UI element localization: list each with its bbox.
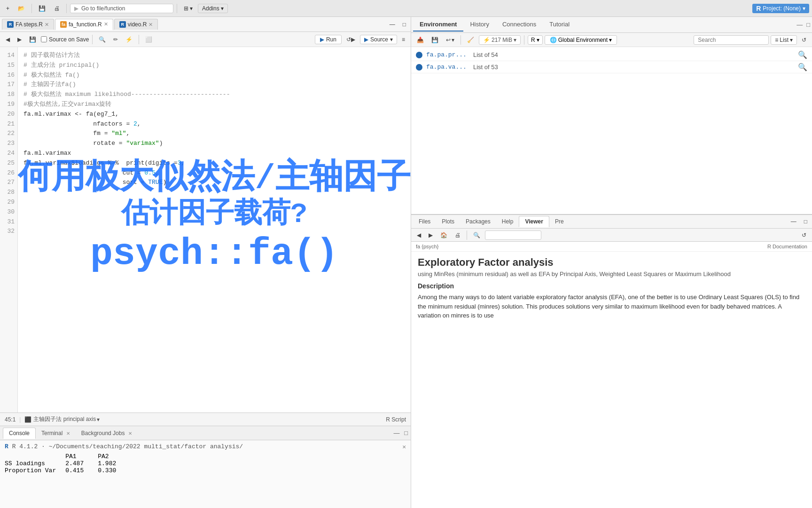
env-list: fa.pa.pr... List of 54 🔍 fa.pa.va... Lis… [411,47,812,75]
save-button[interactable]: 💾 [35,4,49,13]
tab-tutorial[interactable]: Tutorial [543,18,576,32]
load-env-btn[interactable]: ↩ ▾ [443,35,457,45]
tab-background-jobs[interactable]: Background Jobs ✕ [76,428,138,438]
mem-icon: ⚡ [483,37,490,43]
viewer-search-input[interactable] [485,230,541,240]
tab-files[interactable]: Files [413,216,436,227]
spell-button[interactable]: ✏ [110,35,121,44]
more-button[interactable]: ≡ [399,35,408,44]
list-arrow: ▾ [790,37,793,43]
env-item-search-0[interactable]: 🔍 [798,50,807,59]
maximize-upper-icon[interactable]: □ [806,21,810,28]
forward-button[interactable]: ▶ [15,35,24,44]
bottom-minimize[interactable]: — □ [394,429,408,437]
tab-close-fa-function[interactable]: ✕ [104,21,108,27]
row-ssloadings-pa2: 1.982 [98,460,124,467]
tab-video[interactable]: R video.R ✕ [114,19,158,30]
terminal-close[interactable]: ✕ [66,431,70,436]
tab-label-video: video.R [128,21,147,28]
project-button[interactable]: R Project: (None) ▾ [752,4,809,13]
source-save-checkbox[interactable] [41,36,47,42]
save-env-btn[interactable]: 💾 [429,35,441,45]
minimize-upper-icon[interactable]: — [796,21,803,28]
tab-viewer[interactable]: Viewer [519,216,549,227]
code-content[interactable]: # 因子载荷估计方法 # 主成分法 principal() # 极大似然法 fa… [18,47,411,413]
console-area[interactable]: R R 4.1.2 · ~/Documents/teaching/2022 mu… [0,440,411,508]
rerun-button[interactable]: ↺▶ [344,35,358,44]
list-view-btn[interactable]: ≡ List ▾ [771,35,797,45]
editor-toolbar: ◀ ▶ 💾 Source on Save 🔍 ✏ ⚡ ⬜ ▶ Run ↺▶ ▶ … [0,32,411,47]
import-btn[interactable]: 📥 [414,35,427,45]
broom-btn[interactable]: 🧹 [464,35,477,45]
new-file-button[interactable]: + [3,4,13,13]
connections-tab-label: Connections [502,21,536,28]
env-item-desc-0: List of 54 [473,51,798,58]
tab-icon-fa-function: fa [60,21,67,28]
tab-pre[interactable]: Pre [549,216,570,227]
open-file-button[interactable]: 📂 [15,4,28,13]
global-env-selector[interactable]: 🌐 Global Environment ▾ [545,35,617,45]
tab-fa-function[interactable]: fa fa_function.R ✕ [55,19,113,30]
viewer-print-btn[interactable]: 🖨 [452,230,463,240]
viewer-search-btn[interactable]: 🔍 [470,230,483,240]
maximize-icon: □ [404,429,408,437]
function-dropdown[interactable]: ▾ [97,416,100,423]
pre-tab-label: Pre [555,218,564,225]
lower-right-tabs: Files Plots Packages Help Viewer Pre [411,214,812,229]
maximize-editor-button[interactable]: □ [400,20,409,29]
tab-console[interactable]: Console [3,428,36,439]
minimize-lower-btn[interactable]: — [788,217,799,226]
tab-help[interactable]: Help [496,216,519,227]
code-line-17: # 极大似然法 fa() [23,71,405,80]
wand-button[interactable]: ⚡ [123,35,135,44]
minimize-editor-button[interactable]: — [387,20,398,29]
viewer-back-btn[interactable]: ◀ [414,230,424,240]
viewer-forward-btn[interactable]: ▶ [426,230,436,240]
tab-plots[interactable]: Plots [436,216,460,227]
maximize-lower-btn[interactable]: □ [801,217,810,226]
code-line-25: fm = "ml", [23,129,405,139]
addins-button[interactable]: Addins ▾ [198,4,228,13]
tab-environment[interactable]: Environment [413,18,463,32]
source-on-save-check[interactable]: Source on Save [41,36,89,43]
console-prompt-line: R R 4.1.2 · ~/Documents/teaching/2022 mu… [5,443,406,450]
files-tab-label: Files [419,218,430,225]
env-item-0[interactable]: fa.pa.pr... List of 54 🔍 [411,49,812,61]
tab-packages[interactable]: Packages [460,216,496,227]
list-label: List [780,37,789,43]
source-button[interactable]: ▶ Source ▾ [360,35,397,44]
tab-terminal[interactable]: Terminal ✕ [36,428,76,438]
env-item-1[interactable]: fa.pa.va... List of 53 🔍 [411,61,812,73]
tab-close-video[interactable]: ✕ [148,22,153,28]
viewer-toolbar: ◀ ▶ 🏠 🖨 🔍 ↺ [411,229,812,242]
back-button[interactable]: ◀ [3,35,13,44]
addins-arrow: ▾ [221,5,224,12]
right-upper: Environment History Connections Tutorial… [411,17,812,214]
goto-file-box[interactable]: ▶ Go to file/function [70,4,173,13]
tab-fa-steps[interactable]: R FA steps.R ✕ [2,19,54,30]
r-selector[interactable]: R ▾ [528,35,543,45]
tab-history[interactable]: History [463,18,495,32]
tab-connections[interactable]: Connections [496,18,543,32]
view-button[interactable]: ⊞ ▾ [180,4,196,13]
env-item-search-1[interactable]: 🔍 [798,63,807,71]
editor-tab-bar: R FA steps.R ✕ fa fa_function.R ✕ R vide… [0,17,411,32]
refresh-env-btn[interactable]: ↺ [799,35,809,45]
right-upper-tabs: Environment History Connections Tutorial… [411,17,812,33]
clear-console-btn[interactable]: ✕ [402,443,406,451]
search-button[interactable]: 🔍 [96,35,109,44]
code-line-24: nfactors = 2, [23,119,405,129]
tab-close-fa-steps[interactable]: ✕ [45,22,49,28]
viewer-refresh-btn[interactable]: ↺ [799,230,809,240]
toolbar-divider-2 [66,4,67,13]
env-search-input[interactable] [694,35,769,45]
print-button[interactable]: 🖨 [51,4,63,13]
run-button[interactable]: ▶ Run [315,35,342,44]
goto-icon: ▶ [74,5,78,12]
right-upper-controls[interactable]: — □ [796,21,810,28]
save-source-button[interactable]: 💾 [26,35,39,44]
r-project-icon: R [756,5,761,12]
viewer-home-btn[interactable]: 🏠 [437,230,450,240]
bgjobs-close[interactable]: ✕ [128,431,132,436]
format-button[interactable]: ⬜ [142,35,155,44]
